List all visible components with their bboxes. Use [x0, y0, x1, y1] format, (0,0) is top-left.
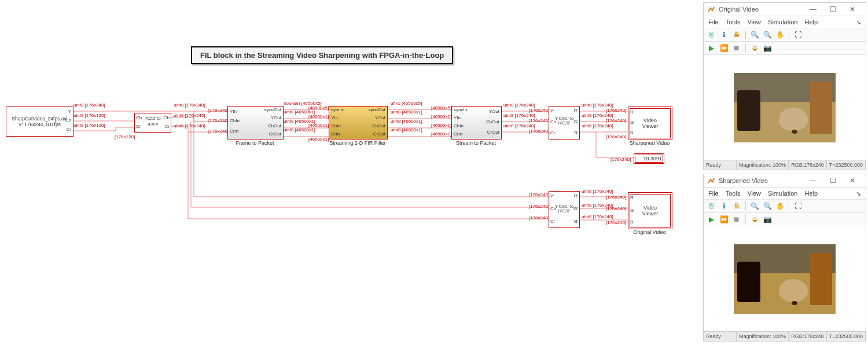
- snapshot-icon[interactable]: 📷: [762, 214, 773, 225]
- port: Cb: [164, 115, 170, 121]
- toolbar-1: ⎘ ℹ 🖶 🔍 🔍 ✋ ⛶: [704, 200, 866, 213]
- close-button[interactable]: ✕: [843, 174, 862, 187]
- port: CrIn: [230, 129, 238, 134]
- zoom-out-icon[interactable]: 🔍: [762, 201, 773, 211]
- sig: [46500x1]: [308, 123, 329, 128]
- sig: uint8 [176x240]: [503, 113, 535, 118]
- menu-tools[interactable]: Tools: [726, 190, 741, 197]
- toolbar-2: ▶ ⏩ ⏹ ⬙ 📷: [704, 42, 866, 55]
- new-icon[interactable]: ⎘: [706, 30, 716, 40]
- sig: [176x240]: [208, 129, 229, 134]
- stop-icon[interactable]: ⏹: [731, 43, 742, 53]
- step-icon[interactable]: ⏩: [719, 43, 729, 53]
- info-icon[interactable]: ℹ: [719, 30, 729, 40]
- sig: [46500x1]: [431, 123, 451, 128]
- port: CrOut: [269, 131, 281, 137]
- sig: uint8 [176x120]: [73, 123, 105, 128]
- menu-help[interactable]: Help: [804, 19, 818, 25]
- sig: uint8 [176x240]: [582, 189, 613, 194]
- video-frame-sharpened: [734, 244, 836, 314]
- lbl: Viewer: [642, 211, 658, 216]
- fit-icon[interactable]: ⛶: [793, 201, 803, 211]
- pan-icon[interactable]: ✋: [775, 201, 785, 211]
- sig: [46500x1]: [431, 131, 451, 137]
- original-video-window: Original Video — ☐ ✕ File Tools View Sim…: [703, 2, 866, 170]
- sig: [176x240]: [208, 108, 229, 113]
- menu-help[interactable]: Help: [804, 190, 818, 197]
- titlebar[interactable]: Sharpened Video — ☐ ✕: [704, 174, 866, 188]
- play-icon[interactable]: ▶: [706, 214, 716, 225]
- stream-to-packet-block[interactable]: syncIn YIn CbIn CrIn YOut CbOut CrOut: [451, 106, 502, 140]
- step-icon[interactable]: ⏩: [719, 214, 729, 225]
- stop-icon[interactable]: ⏹: [731, 214, 742, 225]
- zoom-in-icon[interactable]: 🔍: [749, 201, 760, 211]
- fir-filter-block[interactable]: syncIn YIn CbIn CrIn syncOut YOut CbOut …: [329, 106, 388, 140]
- menu-chevron-icon[interactable]: ↘: [856, 19, 861, 26]
- source-info: V: 176x240, 0.0 fps: [19, 122, 61, 127]
- menubar: File Tools View Simulation Help ↘: [704, 188, 866, 200]
- sig: [176x240]: [208, 118, 229, 123]
- new-icon[interactable]: ⎘: [706, 201, 716, 211]
- print-icon[interactable]: 🖶: [731, 30, 742, 40]
- port: Cr: [550, 219, 555, 224]
- video-viewer-original-block[interactable]: R G B Video Viewer: [628, 192, 672, 229]
- pan-icon[interactable]: ✋: [775, 30, 785, 40]
- maximize-button[interactable]: ☐: [823, 3, 843, 16]
- separator: [789, 202, 789, 210]
- status-t: T=232500.000: [827, 160, 866, 170]
- frame-to-packet-block[interactable]: YIn CbIn CrIn syncOut YOut CbOut CrOut: [227, 106, 284, 140]
- highlight-icon[interactable]: ⬙: [749, 43, 760, 53]
- ycbcr-rgb-block-top[interactable]: Y' Cb Cr R' G' B' Y'CbCr to R'G'B': [549, 106, 580, 140]
- sig: [176x240]: [606, 194, 626, 200]
- status-mag: Magnification: 100%: [737, 160, 789, 170]
- highlight-icon[interactable]: ⬙: [749, 214, 760, 225]
- sig: [176x240]: [529, 118, 549, 123]
- menu-simulation[interactable]: Simulation: [768, 190, 797, 197]
- print-icon[interactable]: 🖶: [731, 201, 742, 211]
- minimize-button[interactable]: —: [803, 174, 823, 187]
- sig: uint8 [176x240]: [582, 214, 613, 219]
- titlebar[interactable]: Original Video — ☐ ✕: [704, 3, 866, 16]
- minimize-button[interactable]: —: [803, 3, 823, 16]
- sig: uint8 [176x240]: [503, 123, 535, 129]
- port-y: Y: [68, 109, 71, 114]
- port: syncOut: [369, 107, 385, 112]
- separator: [789, 31, 789, 39]
- menu-tools[interactable]: Tools: [726, 19, 741, 25]
- port: syncOut: [264, 107, 281, 112]
- info-icon[interactable]: ℹ: [719, 201, 729, 211]
- menu-file[interactable]: File: [708, 19, 719, 25]
- menu-file[interactable]: File: [708, 190, 719, 197]
- menu-simulation[interactable]: Simulation: [768, 19, 797, 25]
- port: Y': [550, 193, 554, 199]
- port: YOut: [271, 115, 281, 120]
- menu-view[interactable]: View: [747, 190, 761, 197]
- sharpened-video-window: Sharpened Video — ☐ ✕ File Tools View Si…: [703, 174, 866, 342]
- video-viewer-sharpened-block[interactable]: R G B Video Viewer: [628, 107, 672, 140]
- block-label: Stream to Packet: [451, 140, 501, 146]
- menu-view[interactable]: View: [747, 19, 761, 25]
- zoom-in-icon[interactable]: 🔍: [749, 30, 760, 40]
- sig: [176x240]: [529, 192, 549, 197]
- port: Y': [550, 108, 554, 113]
- display-block[interactable]: 10.3091: [634, 153, 664, 164]
- port: CrIn: [454, 131, 462, 137]
- sig: [176x240]: [529, 215, 549, 221]
- maximize-button[interactable]: ☐: [823, 174, 843, 187]
- lbl: R'G'B': [558, 120, 571, 126]
- port: CrOut: [487, 130, 499, 135]
- play-icon[interactable]: ▶: [706, 43, 716, 53]
- title-annotation: FIL block in the Streaming Video Sharpen…: [191, 46, 453, 64]
- ycbcr-rgb-block-bottom[interactable]: Y' Cb Cr R' G' B' Y'CbCr to R'G'B': [549, 191, 580, 228]
- snapshot-icon[interactable]: 📷: [762, 43, 773, 53]
- fit-icon[interactable]: ⛶: [793, 30, 803, 40]
- sig: uint8 [176x240]: [503, 102, 535, 108]
- close-button[interactable]: ✕: [843, 3, 862, 16]
- video-source-block[interactable]: SharpCatVideo_24fps.avi V: 176x240, 0.0 …: [6, 107, 73, 137]
- port: Cr: [136, 124, 141, 130]
- lbl: Video: [643, 118, 657, 123]
- chroma-resample-block[interactable]: Cb Cr Cb Cr 4:2:2 to 4:4:4: [134, 113, 171, 133]
- zoom-out-icon[interactable]: 🔍: [762, 30, 773, 40]
- status-rgb: RGB:176x240: [789, 160, 827, 170]
- menu-chevron-icon[interactable]: ↘: [856, 190, 861, 197]
